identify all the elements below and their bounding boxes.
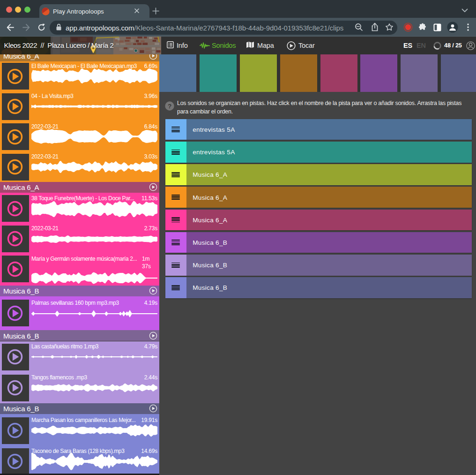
svg-text:?: ? [168, 102, 171, 109]
